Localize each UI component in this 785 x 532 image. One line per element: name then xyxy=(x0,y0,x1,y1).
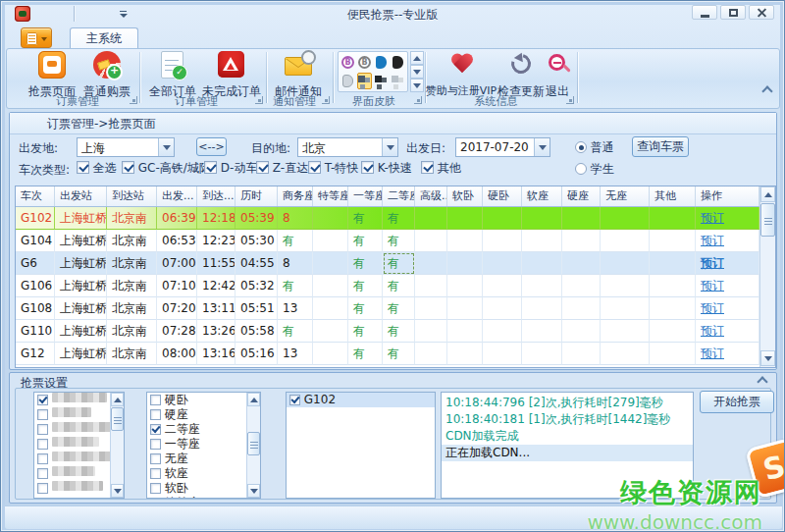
skin-option[interactable] xyxy=(391,73,405,89)
ribbon-button-grab-page[interactable]: 抢票页面 xyxy=(26,51,78,96)
dialog-launcher-icon[interactable] xyxy=(322,96,330,104)
log-line[interactable]: CDN加载完成 xyxy=(442,428,693,445)
seat-type-row[interactable]: 软座 xyxy=(147,466,260,481)
selected-train-row[interactable]: G102 xyxy=(287,393,435,407)
book-link[interactable]: 预订 xyxy=(701,301,724,315)
column-header[interactable]: 其他 xyxy=(650,186,696,206)
book-link[interactable]: 预订 xyxy=(701,256,724,270)
skin-option[interactable] xyxy=(391,54,405,71)
swap-button[interactable]: <--> xyxy=(196,137,227,156)
book-link[interactable]: 预订 xyxy=(701,324,724,338)
table-row[interactable]: G6上海虹桥北京南07:0011:5504:558有有预订 xyxy=(16,252,775,275)
scroll-down-button[interactable] xyxy=(247,484,260,498)
gallery-scroll-down-button[interactable] xyxy=(410,65,424,79)
column-header[interactable]: 一等座 xyxy=(348,186,383,206)
log-line[interactable]: 10:18:44:796 [2]次,执行耗时[279]毫秒 xyxy=(442,395,693,411)
seat-type-row[interactable]: 硬卧 xyxy=(147,393,260,407)
table-row[interactable]: G108上海虹桥北京南07:2013:1105:5113有有预订 xyxy=(16,297,775,320)
column-header[interactable]: 到达站 xyxy=(107,186,157,206)
seat-type-row[interactable]: 无座 xyxy=(147,452,260,466)
close-button[interactable] xyxy=(749,5,774,20)
gallery-scroll-up-button[interactable] xyxy=(410,51,424,65)
seat-type-row[interactable]: 特等座 xyxy=(147,496,260,499)
column-header[interactable]: 硬卧 xyxy=(483,186,522,206)
skin-option[interactable]: B xyxy=(357,54,372,71)
scroll-down-button[interactable] xyxy=(111,484,124,498)
book-link[interactable]: 预订 xyxy=(701,211,724,225)
seat-type-row[interactable]: 硬座 xyxy=(147,407,260,422)
column-header[interactable]: 车次 xyxy=(16,186,55,206)
skin-option[interactable] xyxy=(374,73,389,89)
chevron-down-icon[interactable] xyxy=(382,138,397,156)
column-header[interactable]: 出发... xyxy=(157,186,197,206)
start-grab-button[interactable]: 开始抢票 xyxy=(700,391,774,413)
train-type-checkbox[interactable]: GC-高铁/城际 xyxy=(122,160,211,177)
dialog-launcher-icon[interactable] xyxy=(414,96,422,104)
train-type-checkbox[interactable]: Z-直达 xyxy=(256,160,308,177)
table-scrollbar[interactable] xyxy=(759,186,775,367)
chevron-down-icon[interactable] xyxy=(534,138,550,156)
scroll-up-button[interactable] xyxy=(111,393,124,406)
train-type-checkbox[interactable]: K-快速 xyxy=(361,160,412,177)
scroll-up-button[interactable] xyxy=(760,186,775,202)
column-header[interactable]: 高级... xyxy=(415,186,447,206)
ribbon-button-normal-purchase[interactable]: 普通购票 xyxy=(79,51,134,96)
seat-type-row[interactable]: 一等座 xyxy=(147,437,260,452)
skin-option[interactable]: B xyxy=(340,54,355,71)
column-header[interactable]: 特等座 xyxy=(313,186,348,206)
scrollbar-thumb[interactable] xyxy=(111,407,124,431)
query-tickets-button[interactable]: 查询车票 xyxy=(632,136,689,157)
log-line[interactable]: 10:18:40:181 [1]次,执行耗时[1442]毫秒 xyxy=(442,411,693,428)
train-type-checkbox[interactable]: T-特快 xyxy=(308,160,358,177)
table-row[interactable]: G106上海虹桥北京南07:1012:4205:32有有有预订 xyxy=(16,275,775,297)
column-header[interactable]: 操作 xyxy=(696,186,759,206)
scroll-down-button[interactable] xyxy=(760,350,775,366)
seat-type-row[interactable]: 软卧 xyxy=(147,481,260,496)
log-line[interactable]: 正在加载CDN... xyxy=(442,445,693,461)
table-row[interactable]: G110上海虹桥北京南07:2813:2605:58有有有预订 xyxy=(16,320,775,343)
radio-student[interactable]: 学生 xyxy=(575,161,614,178)
gallery-more-button[interactable] xyxy=(410,79,424,92)
list-scrollbar[interactable] xyxy=(110,393,124,498)
train-type-checkbox[interactable]: D-动车 xyxy=(204,160,257,177)
list-scrollbar[interactable] xyxy=(246,393,260,498)
chevron-down-icon[interactable] xyxy=(158,138,174,156)
skin-option-selected[interactable] xyxy=(357,73,372,89)
book-link[interactable]: 预订 xyxy=(701,279,724,293)
dialog-launcher-icon[interactable] xyxy=(130,96,137,104)
from-select[interactable]: 上海 xyxy=(77,137,175,157)
column-header[interactable]: 硬座 xyxy=(562,186,601,206)
maximize-button[interactable] xyxy=(720,5,746,20)
ribbon-button-all-orders[interactable]: 全部订单 xyxy=(146,51,199,96)
radio-normal[interactable]: 普通 xyxy=(575,139,614,156)
dialog-launcher-icon[interactable] xyxy=(255,96,263,104)
scrollbar-thumb[interactable] xyxy=(760,203,775,237)
column-header[interactable]: 软卧 xyxy=(447,186,483,206)
date-select[interactable]: 2017-07-20 xyxy=(455,137,550,157)
book-link[interactable]: 预订 xyxy=(701,234,724,247)
table-row[interactable]: G12上海虹桥北京南08:0013:1605:1613有有预订 xyxy=(16,343,775,365)
table-row[interactable]: G102上海虹桥北京南06:3912:1805:398有有预订 xyxy=(16,207,775,230)
seat-type-row[interactable]: 二等座 xyxy=(147,422,260,437)
column-header[interactable]: 商务座 xyxy=(278,186,313,206)
book-link[interactable]: 预订 xyxy=(701,346,724,360)
skin-option[interactable] xyxy=(374,54,389,71)
ribbon-button-exit[interactable]: 退出 xyxy=(542,51,573,96)
column-header[interactable]: 无座 xyxy=(601,186,650,206)
ribbon-button-mail-notify[interactable]: 邮件通知 xyxy=(271,51,326,96)
dialog-launcher-icon[interactable] xyxy=(566,96,574,104)
minimize-button[interactable] xyxy=(692,5,717,20)
skin-option[interactable] xyxy=(340,73,355,89)
ribbon-button-unfinished-orders[interactable]: 未完成订单 xyxy=(200,51,263,96)
column-header[interactable]: 出发站 xyxy=(55,186,107,206)
tab-main-system[interactable]: 主系统 xyxy=(70,27,138,49)
to-select[interactable]: 北京 xyxy=(297,137,398,157)
column-header[interactable]: 到达... xyxy=(197,186,236,206)
scrollbar-thumb[interactable] xyxy=(247,432,260,455)
ribbon-button-sponsor-vip[interactable]: 赞助与注册VIP xyxy=(425,51,497,96)
train-type-checkbox[interactable]: 全选 xyxy=(77,160,117,177)
train-type-checkbox[interactable]: 其他 xyxy=(421,160,461,177)
table-row[interactable]: G104上海虹桥北京南06:5312:2305:30有有有预订 xyxy=(16,230,775,252)
ribbon-button-check-update[interactable]: 检查更新 xyxy=(497,51,546,96)
column-header[interactable]: 软座 xyxy=(522,186,562,206)
